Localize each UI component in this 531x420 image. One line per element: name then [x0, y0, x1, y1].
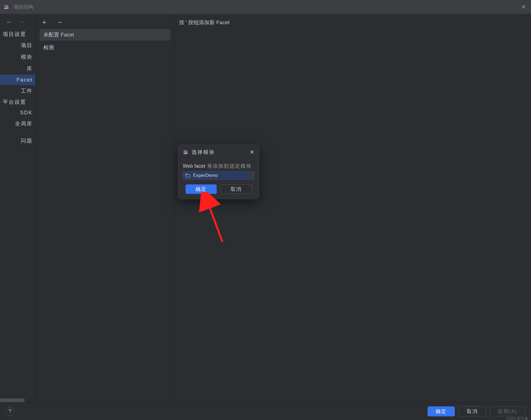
window-close-icon[interactable]: ✕: [521, 4, 526, 10]
svg-rect-8: [186, 150, 188, 152]
svg-rect-1: [4, 5, 6, 7]
sidebar-item-modules[interactable]: 模块: [0, 51, 35, 63]
module-select-field[interactable]: ExperDemo: [183, 172, 251, 179]
svg-rect-10: [186, 152, 188, 154]
nav-back-icon[interactable]: ←: [6, 19, 12, 25]
facet-item-detection[interactable]: 检测: [39, 42, 171, 53]
add-facet-icon[interactable]: ＋: [41, 18, 48, 26]
intellij-icon: [3, 4, 9, 10]
sidebar-group-platform-settings: 平台设置: [0, 97, 35, 107]
sidebar-separator: [0, 132, 35, 132]
sidebar-item-global-libraries[interactable]: 全局库: [0, 118, 35, 130]
dialog-title: 选择模块: [192, 149, 215, 155]
svg-rect-5: [4, 9, 6, 9]
dialog-cancel-button[interactable]: 取消: [221, 184, 252, 194]
module-select-handle[interactable]: [251, 172, 255, 179]
help-icon: ?: [9, 408, 11, 414]
sidebar-item-artifacts[interactable]: 工件: [0, 85, 35, 97]
module-icon: [185, 174, 190, 177]
module-select-value: ExperDemo: [193, 173, 218, 178]
svg-rect-7: [184, 150, 186, 152]
intellij-icon: [183, 149, 188, 155]
sidebar-item-libraries[interactable]: 库: [0, 63, 35, 75]
svg-rect-4: [6, 7, 9, 9]
sidebar: ← → 项目设置 项目 模块 库 Facet 工件 平台设置 SDK 全局库 问…: [0, 14, 36, 402]
sidebar-item-project[interactable]: 项目: [0, 39, 35, 51]
help-button[interactable]: ?: [6, 407, 14, 416]
sidebar-scroll-track[interactable]: [0, 398, 24, 402]
svg-rect-11: [184, 154, 185, 154]
sidebar-item-sdk[interactable]: SDK: [0, 107, 35, 118]
dialog-description: Web facet 将添加到选定模块: [183, 163, 255, 169]
titlebar: 项目结构 ✕: [0, 0, 531, 14]
watermark: CSDN @鸿·蒙: [506, 416, 528, 420]
facet-item-unconfigured[interactable]: 未配置 Facet: [39, 29, 171, 41]
window-title: 项目结构: [13, 4, 33, 10]
content-hint: 按 ' 按钮添加新 Facet: [179, 19, 527, 26]
remove-facet-icon[interactable]: －: [56, 18, 63, 26]
dialog-desc-rest: 将添加到选定模块: [205, 163, 252, 169]
sidebar-group-project-settings: 项目设置: [0, 29, 35, 39]
sidebar-item-problems[interactable]: 问题: [0, 135, 35, 147]
facet-list-panel: ＋ － 未配置 Facet 检测: [36, 14, 175, 402]
dialog-close-icon[interactable]: ✕: [250, 149, 255, 155]
cancel-button[interactable]: 取消: [459, 406, 486, 416]
bottombar: ? 确定 取消 应用(A) CSDN @鸿·蒙: [0, 402, 531, 420]
dialog-desc-strong: Web facet: [183, 163, 205, 169]
ok-button[interactable]: 确定: [428, 406, 455, 416]
apply-button: 应用(A): [490, 406, 525, 416]
nav-forward-icon[interactable]: →: [19, 19, 25, 25]
svg-rect-2: [6, 5, 9, 7]
choose-module-dialog: 选择模块 ✕ Web facet 将添加到选定模块 ExperDemo 确定 取…: [178, 145, 259, 199]
dialog-ok-button[interactable]: 确定: [186, 184, 217, 194]
sidebar-item-facet[interactable]: Facet: [0, 75, 35, 85]
content-panel: 按 ' 按钮添加新 Facet: [175, 14, 531, 402]
